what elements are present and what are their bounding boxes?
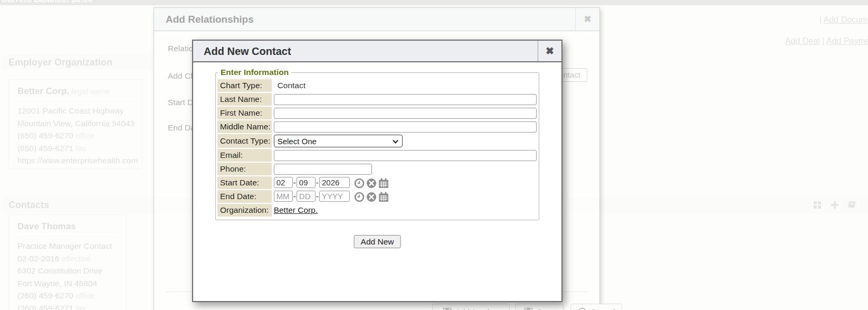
chevron-down-icon bbox=[393, 139, 398, 144]
contact-type-selected-value: Select One bbox=[278, 137, 317, 146]
calendar-icon[interactable] bbox=[378, 192, 389, 202]
start-date-label-fragment: Start D bbox=[168, 98, 193, 107]
screen: Current Balance: $0.00 | Add Docum Add D… bbox=[0, 0, 868, 310]
start-day-input[interactable] bbox=[297, 177, 316, 188]
start-year-input[interactable] bbox=[319, 177, 350, 188]
date-separator: - bbox=[316, 192, 319, 201]
chart-type-label: Chart Type: bbox=[217, 79, 272, 92]
clock-icon[interactable] bbox=[354, 192, 365, 202]
add-chart-label-fragment: Add Ch bbox=[168, 71, 195, 81]
relationships-modal-header: Add Relationships ✖ bbox=[154, 8, 599, 31]
chart-type-row: Chart Type: Contact bbox=[217, 79, 537, 92]
clock-icon[interactable] bbox=[354, 178, 365, 189]
close-icon[interactable]: ✖ bbox=[538, 41, 561, 61]
end-date-label-fragment: End Da bbox=[168, 123, 195, 133]
save-icon bbox=[443, 307, 452, 310]
email-input[interactable] bbox=[274, 150, 537, 161]
cancel-button[interactable]: Cancel bbox=[570, 304, 622, 310]
end-date-label: End Date: bbox=[217, 190, 272, 203]
email-row: Email: bbox=[217, 149, 537, 162]
date-separator: - bbox=[293, 178, 296, 187]
clear-icon[interactable] bbox=[366, 178, 377, 189]
relationship-label-fragment: Relatio bbox=[168, 44, 193, 53]
calendar-icon[interactable] bbox=[378, 178, 389, 189]
first-name-row: First Name: bbox=[217, 107, 537, 119]
date-separator: - bbox=[293, 192, 296, 201]
contact-type-select[interactable]: Select One bbox=[274, 135, 403, 147]
phone-label: Phone: bbox=[217, 163, 272, 175]
end-year-input[interactable] bbox=[319, 191, 350, 202]
contact-modal-header: Add New Contact ✖ bbox=[193, 41, 561, 62]
start-date-row: Start Date: -- bbox=[217, 176, 537, 189]
last-name-row: Last Name: bbox=[217, 93, 537, 106]
end-day-input[interactable] bbox=[297, 191, 316, 202]
add-another-button[interactable]: Add Another bbox=[432, 304, 510, 310]
organization-label: Organization: bbox=[217, 204, 272, 217]
enter-information-fieldset: Enter Information Chart Type: Contact La… bbox=[215, 68, 539, 220]
end-date-row: End Date: -- bbox=[217, 190, 537, 203]
relationships-modal-title: Add Relationships bbox=[154, 8, 254, 31]
contact-type-label: Contact Type: bbox=[217, 134, 272, 148]
organization-link[interactable]: Better Corp. bbox=[274, 205, 318, 214]
clear-icon[interactable] bbox=[366, 192, 377, 202]
phone-input[interactable] bbox=[274, 164, 372, 175]
add-new-contact-modal: Add New Contact ✖ Enter Information Char… bbox=[192, 40, 562, 302]
add-new-button[interactable]: Add New bbox=[354, 235, 401, 248]
close-icon[interactable]: ✖ bbox=[575, 8, 599, 31]
start-month-input[interactable] bbox=[274, 177, 293, 188]
last-name-input[interactable] bbox=[274, 94, 537, 105]
first-name-label: First Name: bbox=[217, 107, 272, 119]
start-date-label: Start Date: bbox=[217, 176, 272, 189]
end-month-input[interactable] bbox=[274, 191, 293, 202]
phone-row: Phone: bbox=[217, 163, 537, 175]
contact-modal-title: Add New Contact bbox=[193, 41, 291, 61]
middle-name-input[interactable] bbox=[274, 121, 537, 133]
fieldset-legend: Enter Information bbox=[218, 68, 291, 77]
chart-type-value: Contact bbox=[272, 79, 537, 92]
contact-type-row: Contact Type: Select One bbox=[217, 134, 537, 148]
middle-name-label: Middle Name: bbox=[217, 120, 272, 133]
email-label: Email: bbox=[217, 149, 272, 162]
cancel-icon bbox=[578, 307, 587, 310]
middle-name-row: Middle Name: bbox=[217, 120, 537, 133]
save-button[interactable]: Save bbox=[515, 304, 564, 310]
date-separator: - bbox=[316, 178, 319, 187]
save-icon bbox=[524, 307, 533, 310]
last-name-label: Last Name: bbox=[217, 93, 272, 106]
organization-row: Organization: Better Corp. bbox=[217, 204, 537, 217]
first-name-input[interactable] bbox=[274, 108, 537, 119]
